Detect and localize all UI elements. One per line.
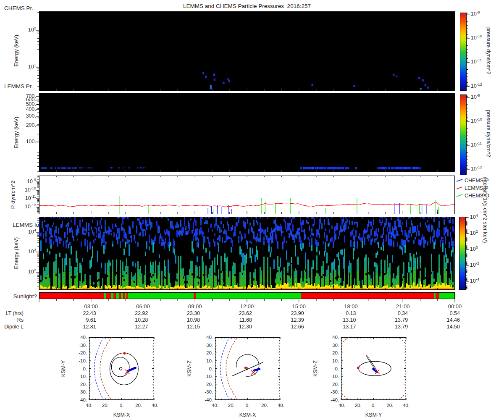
colorbar-tick-label: 10-10 bbox=[471, 118, 490, 124]
legend-item-chems-p: CHEMS-P bbox=[456, 178, 489, 184]
pressure-colorbar-unit-label-2: pressure dyne/cm^2 bbox=[486, 94, 491, 173]
orbit-y-tick-label: 10. bbox=[80, 374, 87, 379]
chems-pressure-canvas bbox=[39, 11, 455, 91]
orbit-content bbox=[94, 337, 139, 400]
orbit-x-tick-label: 0. bbox=[372, 403, 376, 408]
orbit-y-tick-label: 0. bbox=[83, 366, 87, 371]
orbit-y-axis-label: KSM-Z bbox=[312, 360, 318, 377]
legend-item-chems-o: CHEMS-O bbox=[456, 193, 489, 199]
orbit-y-tick-label: -40. bbox=[79, 335, 87, 340]
ephemeris-value: 12.15 bbox=[166, 324, 200, 330]
orbit-y-tick-label: -20. bbox=[79, 350, 87, 355]
y-tick-label: 102 bbox=[13, 27, 36, 33]
colorbar-tick-label: 104 bbox=[470, 214, 489, 220]
colorbar-tick-label: 10-11 bbox=[471, 142, 490, 148]
orbit-y-tick-label: -30. bbox=[205, 389, 213, 394]
ephemeris-value: 14.50 bbox=[426, 324, 460, 330]
lemms-pressure-spectrogram bbox=[39, 93, 455, 172]
ephemeris-value: 23.62 bbox=[218, 310, 252, 316]
ephemeris-value: 12.81 bbox=[63, 324, 96, 330]
orbit-y-tick-label: 40. bbox=[206, 335, 213, 340]
time-tick-label: 12:00 bbox=[232, 303, 262, 310]
orbit-x-tick-label: -40. bbox=[150, 403, 158, 408]
y-tick-label: 400. bbox=[13, 106, 36, 112]
colorbar-tick-label: 10-9 bbox=[471, 11, 490, 17]
ephemeris-value: 23.30 bbox=[166, 310, 200, 316]
colorbar-tick-label: 10-9 bbox=[471, 94, 490, 100]
lemms-p-line-icon bbox=[456, 185, 463, 190]
orbit-y-tick-label: 0. bbox=[209, 366, 213, 371]
orbit-y-tick-label: 30. bbox=[332, 343, 339, 348]
ephemeris-value: 9.61 bbox=[63, 317, 96, 323]
pressure-tick-label: 10-10 bbox=[13, 187, 36, 193]
time-tick-label: 18:00 bbox=[336, 303, 366, 310]
orbit-x-tick-label: -40. bbox=[337, 403, 345, 408]
orbit-y-tick-label: 0. bbox=[335, 366, 339, 371]
colorbar-tick-label: 10-11 bbox=[471, 59, 490, 65]
orbit-y-tick-label: -10. bbox=[205, 374, 213, 379]
pressure-colorbar-1 bbox=[460, 13, 467, 91]
legend-label-chems-p: CHEMS-P bbox=[465, 178, 489, 184]
chems-pressure-panel-label: CHEMS Pr. bbox=[4, 5, 33, 11]
orbit-y-tick-label: 20. bbox=[206, 350, 213, 355]
orbit-y-tick-label: 40. bbox=[80, 397, 87, 402]
page-title: LEMMS and CHEMS Particle Pressures 2016:… bbox=[39, 3, 455, 9]
trajectory-segment bbox=[254, 369, 260, 370]
pressure-colorbar-2 bbox=[460, 94, 467, 175]
day-start-marker bbox=[357, 367, 360, 369]
legend-item-lemms-p: LEMMS-P bbox=[456, 185, 488, 191]
colorbar-tick-label: 10-12 bbox=[471, 83, 490, 89]
y-tick-label: 102 bbox=[13, 269, 36, 275]
y-tick-label: 100. bbox=[13, 139, 36, 144]
ephemeris-value: 11.68 bbox=[218, 317, 252, 323]
sunlight-segment bbox=[439, 292, 455, 299]
orbit-x-tick-label: 40. bbox=[403, 403, 410, 408]
orbit-x-axis-label: KSM-Y bbox=[365, 412, 382, 418]
pressure-colorbar-unit-label-1: pressure dyne/cm^2 bbox=[486, 11, 491, 91]
colorbar-tick-label: 10-2 bbox=[470, 262, 489, 268]
y-tick-label: 101 bbox=[13, 64, 36, 70]
ephemeris-value: 0.54 bbox=[426, 310, 460, 316]
orbit-y-tick-label: -20. bbox=[205, 382, 213, 387]
colorbar-tick-label: 10-4 bbox=[470, 278, 489, 284]
pressure-line-plot bbox=[39, 176, 455, 214]
orbit-content bbox=[220, 337, 263, 400]
time-tick-label: 15:00 bbox=[284, 303, 314, 310]
ephemeris-value: 22.92 bbox=[115, 310, 148, 316]
legend-label-chems-o: CHEMS-O bbox=[465, 193, 489, 199]
orbit-y-axis-label: KSM-Z bbox=[186, 360, 192, 377]
lemms-ions-spectrogram bbox=[39, 217, 455, 290]
y-tick-label: 300. bbox=[13, 113, 36, 119]
orbit-plot-ksmx-ksmz: 40.30.20.10.0.-10.-20.-30.-40.40.20.0.-2… bbox=[178, 333, 292, 420]
colorbar-tick-label: 10-10 bbox=[471, 35, 490, 41]
y-tick-label: 104 bbox=[13, 229, 36, 235]
ephemeris-value: 22.43 bbox=[63, 310, 96, 316]
chems-o-line-icon bbox=[456, 193, 463, 198]
orbit-y-tick-label: -40. bbox=[205, 397, 213, 402]
legend-label-lemms-p: LEMMS-P bbox=[465, 185, 488, 191]
pressure-tick-label: 10-11 bbox=[13, 195, 36, 201]
orbit-x-tick-label: 20. bbox=[102, 403, 109, 408]
orbit-y-tick-label: 10. bbox=[206, 358, 213, 363]
ephemeris-value: 10.28 bbox=[115, 317, 148, 323]
orbit-y-tick-label: 20. bbox=[332, 350, 339, 355]
intensity-colorbar bbox=[459, 217, 466, 290]
day-start-marker bbox=[244, 367, 247, 369]
sunlight-segment bbox=[39, 292, 105, 299]
orbit-x-axis-label: KSM-X bbox=[239, 412, 256, 418]
ephemeris-value: 14.46 bbox=[426, 317, 460, 323]
orbit-y-tick-label: -20. bbox=[331, 382, 339, 387]
orbit-y-tick-label: -10. bbox=[79, 358, 87, 363]
pressure-tick-label: 10-9 bbox=[13, 178, 36, 184]
orbit-x-tick-label: 20. bbox=[386, 403, 393, 408]
orbit-x-tick-label: 0. bbox=[120, 403, 124, 408]
y-tick-label: 200. bbox=[13, 122, 36, 128]
ephemeris-row-label-lt: LT (hrs) bbox=[3, 310, 24, 316]
orbit-content bbox=[333, 333, 415, 408]
orbit-y-tick-label: -10. bbox=[331, 374, 339, 379]
chems-pressure-spectrogram bbox=[39, 11, 455, 91]
time-tick-label: 21:00 bbox=[388, 303, 417, 310]
orbit-y-tick-label: -30. bbox=[331, 389, 339, 394]
sunlight-segment bbox=[128, 292, 194, 299]
time-tick-label: 09:00 bbox=[180, 303, 210, 310]
